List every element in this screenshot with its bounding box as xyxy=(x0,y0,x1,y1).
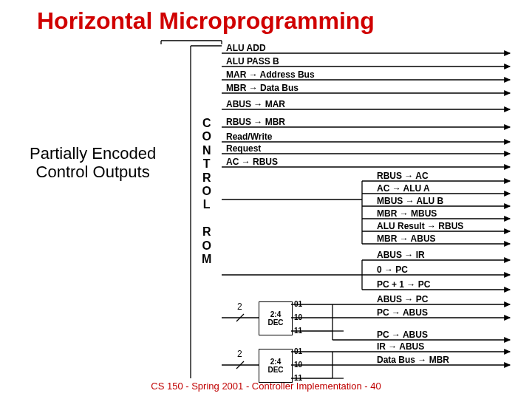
branch-signal: MBR → MBUS xyxy=(377,208,437,219)
dec-signal: ABUS → PC xyxy=(377,294,428,304)
bus-width: 2 xyxy=(237,301,242,312)
branch-signal: ALU Result → RBUS xyxy=(377,221,463,231)
direct-signal: ABUS → MAR xyxy=(226,99,285,109)
direct-signal: ALU PASS B xyxy=(226,56,279,66)
bus-width: 2 xyxy=(237,349,242,359)
dec-signal: PC → ABUS xyxy=(377,307,428,318)
decoder-code: 01 xyxy=(294,300,302,308)
dec-signal: Data Bus → MBR xyxy=(377,355,449,365)
direct-signal: Read/Write xyxy=(226,132,272,142)
branch-signal: RBUS → AC xyxy=(377,171,429,181)
branch-signal: ABUS → IR xyxy=(377,250,425,260)
decoder-box: 2:4DEC xyxy=(259,301,293,335)
decoder-code: 01 xyxy=(294,347,302,355)
slide-title: Horizontal Microprogramming xyxy=(37,7,375,35)
slide-subtitle: Partially Encoded Control Outputs xyxy=(30,144,156,182)
control-rom-label: CONTROL ROM xyxy=(202,117,211,266)
direct-signal: Request xyxy=(226,143,261,154)
branch-signal: MBUS → ALU B xyxy=(377,196,443,206)
direct-signal: MAR → Address Bus xyxy=(226,69,315,80)
branch-signal: MBR → ABUS xyxy=(377,233,436,244)
decoder-code: 10 xyxy=(294,361,302,369)
svg-line-28 xyxy=(236,314,244,321)
decoder-box: 2:4DEC xyxy=(259,349,293,383)
decoder-code: 11 xyxy=(294,327,302,335)
svg-line-39 xyxy=(236,361,244,369)
subtitle-l2: Control Outputs xyxy=(36,163,150,181)
dec-signal: PC → ABUS xyxy=(377,330,428,340)
direct-signal: AC → RBUS xyxy=(226,157,278,167)
subtitle-l1: Partially Encoded xyxy=(30,144,156,163)
direct-signal: RBUS → MBR xyxy=(226,117,285,127)
direct-signal: ALU ADD xyxy=(226,43,266,53)
decoder-code: 10 xyxy=(294,313,302,321)
dec-signal: IR → ABUS xyxy=(377,341,424,352)
branch-signal: 0 → PC xyxy=(377,265,408,275)
direct-signal: MBR → Data Bus xyxy=(226,83,299,93)
branch-signal: AC → ALU A xyxy=(377,183,430,194)
branch-signal: PC + 1 → PC xyxy=(377,279,430,290)
slide-footer: CS 150 - Spring 2001 - Controller Implem… xyxy=(0,381,532,392)
